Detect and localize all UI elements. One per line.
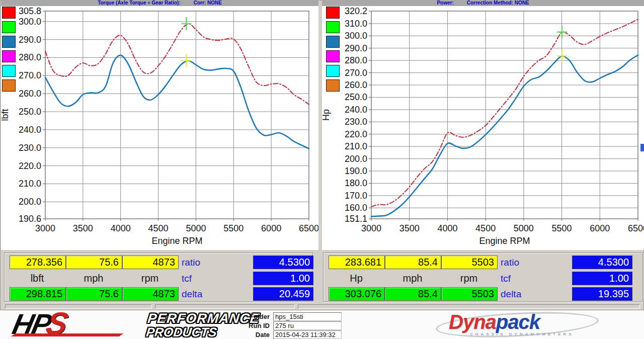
- power-readout-panel: 283.681 85.4 5503 Hp mph rpm 303.076 85.…: [323, 252, 643, 302]
- power-reference-speed: 85.4: [385, 287, 441, 301]
- torque-reference-rpm: 4873: [122, 287, 179, 301]
- x-tick-label: 4000: [111, 223, 131, 233]
- current-run-power-curve: [371, 55, 638, 217]
- y-tick-label: 190.0: [345, 166, 367, 176]
- ratio-value: 4.5300: [253, 256, 313, 269]
- folder-input[interactable]: hps_15sti: [273, 312, 342, 321]
- y-tick-label: 260.0: [19, 89, 41, 99]
- legend-swatch[interactable]: [326, 21, 340, 33]
- y-tick-label: 210.0: [345, 141, 367, 151]
- legend-swatch[interactable]: [2, 36, 16, 48]
- x-tick-label: 4000: [437, 223, 457, 233]
- y-tick-label: 280.0: [345, 55, 367, 65]
- torque-correction-label: Corr: NONE: [194, 0, 222, 6]
- y-tick-label: 240.0: [345, 105, 367, 115]
- torque-cursor-value: 278.356: [10, 256, 66, 269]
- run-id-label: Run ID: [236, 321, 273, 330]
- torque-chart-panel: Torque (Axle Torque ÷ Gear Ratio): Corr:…: [1, 0, 318, 250]
- folder-field: Folderhps_15sti: [236, 312, 342, 321]
- legend-swatch[interactable]: [2, 79, 16, 92]
- ratio-label: ratio: [501, 256, 546, 269]
- x-tick-label: 5000: [186, 223, 206, 233]
- rpm-unit-label: rpm: [441, 272, 497, 285]
- y-tick-label: 270.0: [345, 68, 367, 78]
- y-tick-label: 220.0: [345, 129, 367, 139]
- date-input[interactable]: 2015-04-23 11:39:32: [273, 330, 342, 339]
- y-tick-label: 260.0: [345, 80, 367, 90]
- x-tick-label: 6000: [590, 223, 610, 233]
- edge-handle[interactable]: [640, 144, 644, 151]
- x-tick-label: 4500: [148, 223, 169, 233]
- legend-swatch[interactable]: [326, 7, 340, 19]
- x-tick-label: 3000: [35, 223, 55, 233]
- power-chart-panel: Power: Correction Method: NONE 300035004…: [322, 0, 644, 250]
- folder-label: Folder: [236, 312, 273, 321]
- y-tick-label: 290.0: [345, 43, 367, 53]
- dynapack-logo-pack: pack: [496, 311, 540, 333]
- torque-readout-panel: 278.356 75.6 4873 lbft mph rpm 298.815 7…: [4, 252, 313, 302]
- torque-reference-speed: 75.6: [66, 287, 122, 301]
- legend-swatch[interactable]: [2, 7, 16, 19]
- torque-unit-label: lbft: [10, 272, 65, 285]
- power-plot-area[interactable]: 30003500400045005000550060006500320.2310…: [322, 0, 644, 250]
- date-field: Date2015-04-23 11:39:32: [236, 330, 342, 339]
- power-chart-title: Power:: [437, 0, 453, 6]
- y-tick-label: 270.0: [19, 70, 41, 80]
- legend-swatch[interactable]: [326, 79, 340, 92]
- power-chart-title-bar: Power: Correction Method: NONE: [322, 0, 644, 6]
- x-axis-title: Engine RPM: [151, 236, 202, 246]
- y-tick-label: 190.6: [19, 214, 41, 224]
- y-tick-label: 180.0: [345, 178, 367, 188]
- y-tick-label: 210.0: [19, 179, 41, 189]
- power-reference-rpm: 5503: [441, 287, 498, 301]
- torque-reference-value: 298.815: [10, 287, 66, 301]
- legend-swatch[interactable]: [326, 50, 340, 62]
- y-tick-label: 230.0: [345, 117, 367, 127]
- y-tick-label: 250.0: [345, 92, 367, 102]
- ratio-label: ratio: [182, 256, 227, 269]
- legend-swatch[interactable]: [2, 50, 16, 62]
- speed-unit-label: mph: [66, 272, 121, 285]
- legend-swatch[interactable]: [326, 36, 340, 48]
- x-tick-label: 4500: [475, 223, 496, 233]
- x-tick-label: 3000: [361, 223, 381, 233]
- power-cursor-value: 283.681: [329, 256, 385, 269]
- y-axis-title: Hp: [322, 109, 331, 121]
- y-tick-label: 250.0: [19, 107, 41, 117]
- run-id-field: Run ID275 ru: [236, 321, 342, 330]
- y-tick-label: 310.0: [345, 19, 367, 29]
- y-tick-label: 160.0: [345, 203, 367, 213]
- y-axis-title: lbft: [1, 109, 10, 121]
- torque-legend: [2, 7, 16, 94]
- x-tick-label: 6000: [261, 223, 281, 233]
- dynapack-logo-dyna: Dyna: [449, 311, 496, 333]
- power-legend: [326, 7, 340, 94]
- peak-marker: [181, 54, 191, 67]
- power-cursor-rpm: 5503: [441, 256, 498, 269]
- delta-value: 20.459: [253, 287, 313, 301]
- y-tick-label: 220.0: [19, 161, 41, 171]
- torque-plot-area[interactable]: 30003500400045005000550060006500305.8300…: [1, 0, 318, 250]
- x-tick-label: 3500: [73, 223, 93, 233]
- x-tick-label: 3500: [399, 223, 420, 233]
- legend-swatch[interactable]: [2, 21, 16, 33]
- power-cursor-speed: 85.4: [385, 256, 441, 269]
- status-bar-segment: [155, 304, 295, 309]
- legend-swatch[interactable]: [2, 65, 16, 77]
- status-bar-segment: [298, 304, 640, 309]
- y-tick-label: 320.2: [345, 6, 367, 16]
- y-tick-label: 151.1: [345, 214, 367, 224]
- torque-cursor-speed: 75.6: [66, 256, 122, 269]
- y-tick-label: 200.0: [19, 197, 41, 207]
- speed-unit-label: mph: [385, 272, 440, 285]
- y-tick-label: 200.0: [345, 154, 367, 164]
- run-id-input[interactable]: 275 ru: [273, 321, 342, 330]
- tcf-value: 1.00: [253, 272, 313, 285]
- rpm-unit-label: rpm: [122, 272, 178, 285]
- power-unit-label: Hp: [329, 272, 384, 285]
- hps-logo-s: S: [44, 311, 70, 336]
- legend-swatch[interactable]: [326, 65, 340, 77]
- x-tick-label: 6500: [299, 223, 318, 233]
- y-tick-label: 280.0: [19, 52, 41, 62]
- y-tick-label: 300.0: [19, 17, 41, 27]
